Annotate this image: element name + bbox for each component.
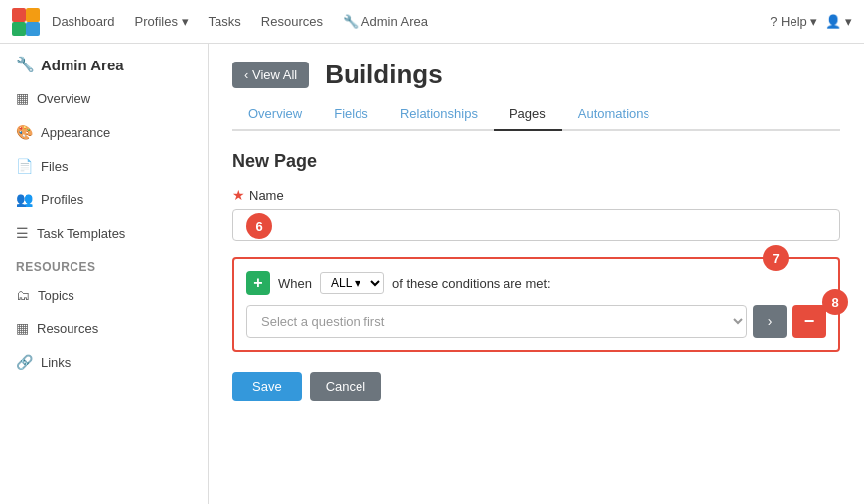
sidebar: 🔧 Admin Area ▦ Overview 🎨 Appearance 📄 F… [0,44,209,504]
name-input[interactable] [232,209,840,241]
wrench-icon: 🔧 [16,56,35,73]
conditions-header: + When ALL ▾ ANY of these conditions are… [246,271,826,295]
content-body: New Page ★ Name 6 7 8 + [209,131,864,504]
nav-dashboard[interactable]: Dashboard [44,10,123,33]
tab-fields[interactable]: Fields [318,98,384,131]
step-6-badge: 6 [246,213,272,239]
cancel-button[interactable]: Cancel [310,372,381,401]
page-tabs: Overview Fields Relationships Pages Auto… [232,98,840,131]
name-label: ★ Name [232,188,840,203]
page-title: Buildings [325,60,442,90]
when-label: When [278,276,312,291]
top-nav-right: ? Help ▾ 👤 ▾ [770,14,852,29]
main-layout: 🔧 Admin Area ▦ Overview 🎨 Appearance 📄 F… [0,44,864,504]
tab-overview[interactable]: Overview [232,98,318,131]
all-any-select[interactable]: ALL ▾ ANY [320,272,384,294]
main-content: ‹ View All Buildings Overview Fields Rel… [209,44,864,504]
sidebar-item-links[interactable]: 🔗 Links [0,345,208,379]
add-condition-button[interactable]: + [246,271,270,295]
user-menu[interactable]: 👤 ▾ [825,14,852,29]
nav-tasks[interactable]: Tasks [201,10,249,33]
resources-icon: ▦ [16,320,29,336]
step-8-badge: 8 [822,289,848,315]
sidebar-item-resources[interactable]: ▦ Resources [0,312,208,345]
appearance-icon: 🎨 [16,124,33,140]
svg-rect-1 [26,8,40,22]
nav-profiles[interactable]: Profiles ▾ [127,10,197,33]
topics-icon: 🗂 [16,287,30,303]
files-icon: 📄 [16,158,33,174]
condition-row: Select a question first › − [246,305,826,338]
section-title: New Page [232,151,840,172]
help-menu[interactable]: ? Help ▾ [770,14,817,29]
content-header: ‹ View All Buildings [209,44,864,90]
sidebar-item-task-templates[interactable]: ☰ Task Templates [0,216,208,250]
overview-icon: ▦ [16,90,29,106]
svg-rect-0 [12,8,26,22]
app-logo [12,8,40,36]
name-field-container: ★ Name 6 [232,188,840,241]
resources-section-label: Resources [0,250,208,278]
top-nav: Dashboard Profiles ▾ Tasks Resources 🔧 A… [0,0,864,44]
nav-admin-area[interactable]: 🔧 Admin Area [335,10,436,33]
task-templates-icon: ☰ [16,225,29,241]
condition-arrow-button[interactable]: › [753,305,787,338]
tab-automations[interactable]: Automations [562,98,665,131]
sidebar-title: 🔧 Admin Area [0,44,208,81]
condition-remove-button[interactable]: − [792,305,826,338]
question-select[interactable]: Select a question first [246,305,747,338]
profiles-icon: 👥 [16,191,33,207]
tab-relationships[interactable]: Relationships [384,98,494,131]
step-7-badge: 7 [763,245,789,271]
met-label: of these conditions are met: [392,276,551,291]
required-star: ★ [232,188,245,203]
sidebar-item-profiles[interactable]: 👥 Profiles [0,183,208,216]
sidebar-item-files[interactable]: 📄 Files [0,149,208,183]
action-buttons: Save Cancel [232,372,840,401]
conditions-box: 7 8 + When ALL ▾ ANY of these conditions… [232,257,840,352]
svg-rect-3 [26,22,40,36]
sidebar-item-overview[interactable]: ▦ Overview [0,81,208,115]
svg-rect-2 [12,22,26,36]
nav-resources[interactable]: Resources [253,10,331,33]
tab-pages[interactable]: Pages [494,98,562,131]
view-all-button[interactable]: ‹ View All [232,62,309,88]
links-icon: 🔗 [16,354,33,370]
sidebar-item-topics[interactable]: 🗂 Topics [0,278,208,312]
save-button[interactable]: Save [232,372,302,401]
sidebar-item-appearance[interactable]: 🎨 Appearance [0,115,208,149]
